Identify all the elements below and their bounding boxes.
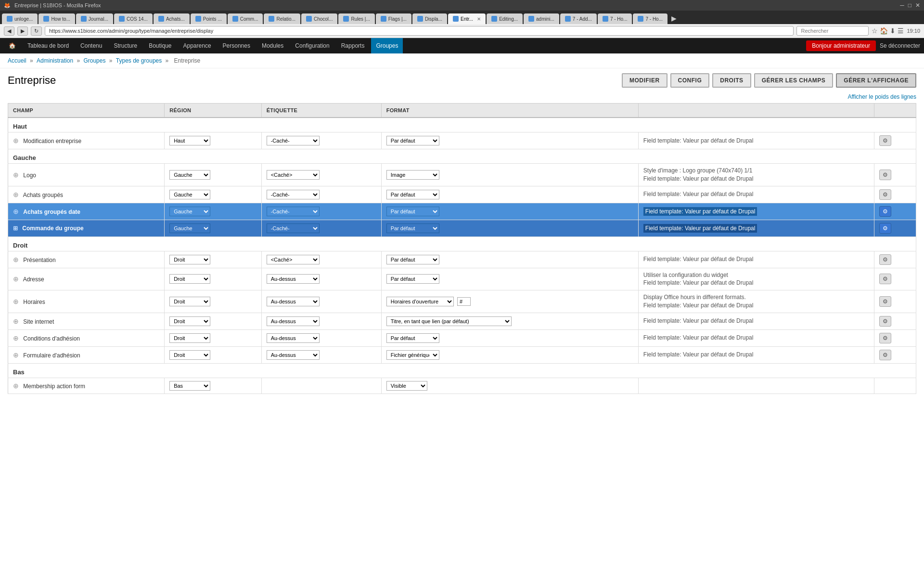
gear-btn-achats-groupes[interactable]: ⚙ xyxy=(879,189,891,200)
tab-2[interactable]: Journal... xyxy=(76,13,113,24)
admin-configuration[interactable]: Configuration xyxy=(290,38,334,53)
gear-btn-conditions-adhesion[interactable]: ⚙ xyxy=(879,333,891,343)
drag-handle-horaires[interactable]: ⊕ xyxy=(13,298,19,305)
label-select-horaires[interactable]: Au-dessus<Caché>Inline xyxy=(267,297,320,306)
url-bar[interactable] xyxy=(45,26,794,36)
tab-8[interactable]: Chocol... xyxy=(301,13,337,24)
tab-3[interactable]: COS 14... xyxy=(114,13,153,24)
format-select-modification[interactable]: Par défautTexte brut xyxy=(386,136,439,145)
maximize-icon[interactable]: □ xyxy=(908,2,911,9)
format-select-horaires[interactable]: Horaires d'ouverturePar défaut xyxy=(386,297,454,306)
gear-btn-modification[interactable]: ⚙ xyxy=(879,135,891,146)
format-select-site-internet[interactable]: Titre, en tant que lien (par défaut)URL … xyxy=(386,316,512,326)
afficher-poids-link[interactable]: Afficher le poids des lignes xyxy=(847,93,916,100)
label-select-formulaire-adhesion[interactable]: Au-dessus<Caché>Inline xyxy=(267,350,320,360)
tab-17[interactable]: 7 - Ho... xyxy=(633,13,667,24)
region-select-achats-groupes-date[interactable]: GaucheHautDroitBas-Désactivé- xyxy=(169,207,210,216)
close-icon[interactable]: ✕ xyxy=(915,2,920,9)
drag-handle-logo[interactable]: ⊕ xyxy=(13,171,19,179)
admin-rapports[interactable]: Rapports xyxy=(336,38,370,53)
breadcrumb-groupes[interactable]: Groupes xyxy=(83,57,105,64)
label-select-logo[interactable]: <Caché>Au-dessusInline xyxy=(267,170,320,180)
region-select-presentation[interactable]: DroitHautGaucheBas-Désactivé- xyxy=(169,255,210,264)
breadcrumb-accueil[interactable]: Accueil xyxy=(8,57,26,64)
minimize-icon[interactable]: ─ xyxy=(900,2,904,9)
gear-btn-site-internet[interactable]: ⚙ xyxy=(879,316,891,327)
gear-btn-commande-groupe[interactable]: ⚙ xyxy=(879,223,891,234)
tab-14[interactable]: admini... xyxy=(524,13,559,24)
home-browser-icon[interactable]: 🏠 xyxy=(880,27,888,35)
admin-apparence[interactable]: Apparence xyxy=(179,38,216,53)
droits-button[interactable]: DROITS xyxy=(712,73,751,88)
tab-1[interactable]: How to... xyxy=(38,13,75,24)
format-select-conditions-adhesion[interactable]: Par défaut xyxy=(386,333,439,343)
breadcrumb-administration[interactable]: Administration xyxy=(37,57,73,64)
region-select-achats-groupes[interactable]: GaucheHautDroitBas-Désactivé- xyxy=(169,190,210,199)
format-select-adresse[interactable]: Par défaut xyxy=(386,274,439,284)
region-select-logo[interactable]: GaucheHautDroitBas-Désactivé- xyxy=(169,170,210,180)
drag-handle-presentation[interactable]: ⊕ xyxy=(13,256,19,263)
label-select-conditions-adhesion[interactable]: Au-dessus<Caché>Inline xyxy=(267,333,320,343)
forward-button[interactable]: ▶ xyxy=(17,26,28,36)
modifier-button[interactable]: MODIFIER xyxy=(622,73,667,88)
admin-modules[interactable]: Modules xyxy=(257,38,288,53)
tab-15[interactable]: 7 - Add... xyxy=(560,13,597,24)
gear-btn-formulaire-adhesion[interactable]: ⚙ xyxy=(879,350,891,360)
tab-11[interactable]: Displa... xyxy=(412,13,447,24)
gear-btn-horaires[interactable]: ⚙ xyxy=(879,296,891,307)
tab-16[interactable]: 7 - Ho... xyxy=(598,13,632,24)
format-select-achats-groupes[interactable]: Par défaut xyxy=(386,190,439,199)
gerer-affichage-button[interactable]: GÉRER L'AFFICHAGE xyxy=(836,73,916,88)
drag-handle-conditions-adhesion[interactable]: ⊕ xyxy=(13,334,19,342)
drag-handle-membership[interactable]: ⊕ xyxy=(13,382,19,390)
drag-handle-achats-groupes[interactable]: ⊕ xyxy=(13,191,19,198)
region-select-commande-groupe[interactable]: GaucheHautDroitBas-Désactivé- xyxy=(169,223,210,233)
label-select-achats-groupes-date[interactable]: -Caché-Au-dessusInline xyxy=(267,207,320,216)
back-button[interactable]: ◀ xyxy=(4,26,14,36)
drag-handle-commande-groupe[interactable]: ⊞ xyxy=(13,225,18,232)
drag-handle-modification[interactable]: ⊕ xyxy=(13,137,19,144)
format-select-achats-groupes-date[interactable]: Par défaut xyxy=(386,207,439,216)
gerer-champs-button[interactable]: GÉRER LES CHAMPS xyxy=(754,73,834,88)
drag-handle-site-internet[interactable]: ⊕ xyxy=(13,317,19,325)
tab-close-12[interactable]: ✕ xyxy=(477,16,481,22)
gear-btn-logo[interactable]: ⚙ xyxy=(879,170,891,180)
region-select-adresse[interactable]: DroitHautGaucheBas-Désactivé- xyxy=(169,274,210,284)
drag-handle-achats-groupes-date[interactable]: ⊕ xyxy=(13,208,19,215)
tab-7[interactable]: Relatio... xyxy=(264,13,300,24)
tab-6[interactable]: Comm... xyxy=(228,13,263,24)
admin-boutique[interactable]: Boutique xyxy=(144,38,176,53)
format-select-formulaire-adhesion[interactable]: Fichier génériquePar défautURL xyxy=(386,350,439,360)
tab-12[interactable]: Entr... ✕ xyxy=(448,13,486,24)
tab-10[interactable]: Flags |... xyxy=(376,13,411,24)
admin-personnes[interactable]: Personnes xyxy=(218,38,255,53)
download-icon[interactable]: ⬇ xyxy=(890,27,896,35)
settings-browser-icon[interactable]: ☰ xyxy=(898,27,904,35)
format-select-commande-groupe[interactable]: Par défaut xyxy=(386,223,439,233)
region-select-modification[interactable]: HautGaucheDroitBas-Désactivé- xyxy=(169,136,210,145)
format-select-logo[interactable]: ImageURL de l'imageNom du fichier xyxy=(386,170,439,180)
gear-btn-adresse[interactable]: ⚙ xyxy=(879,274,891,284)
region-select-site-internet[interactable]: DroitHautGaucheBas-Désactivé- xyxy=(169,316,210,326)
search-bar[interactable] xyxy=(796,26,869,36)
hash-input-horaires[interactable] xyxy=(457,297,471,306)
more-tabs-btn[interactable]: ▶ xyxy=(668,13,680,24)
gear-btn-presentation[interactable]: ⚙ xyxy=(879,254,891,265)
gear-btn-achats-groupes-date[interactable]: ⚙ xyxy=(879,206,891,217)
label-select-presentation[interactable]: <Caché>Au-dessusInline xyxy=(267,255,320,264)
region-select-conditions-adhesion[interactable]: DroitHautGaucheBas-Désactivé- xyxy=(169,333,210,343)
tab-0[interactable]: unloge... xyxy=(2,13,38,24)
tab-13[interactable]: Editing... xyxy=(487,13,523,24)
drag-handle-adresse[interactable]: ⊕ xyxy=(13,275,19,283)
tab-5[interactable]: Points ... xyxy=(191,13,227,24)
admin-structure[interactable]: Structure xyxy=(109,38,142,53)
label-select-site-internet[interactable]: Au-dessus<Caché>Inline xyxy=(267,316,320,326)
format-select-membership[interactable]: VisibleCaché xyxy=(386,381,427,391)
region-select-formulaire-adhesion[interactable]: DroitHautGaucheBas-Désactivé- xyxy=(169,350,210,360)
region-select-horaires[interactable]: DroitHautGaucheBas-Désactivé- xyxy=(169,297,210,306)
admin-home[interactable]: 🏠 xyxy=(4,38,21,53)
tab-4[interactable]: Achats... xyxy=(154,13,190,24)
admin-dashboard[interactable]: Tableau de bord xyxy=(23,38,74,53)
format-select-presentation[interactable]: Par défaut xyxy=(386,255,439,264)
breadcrumb-types-groupes[interactable]: Types de groupes xyxy=(116,57,162,64)
